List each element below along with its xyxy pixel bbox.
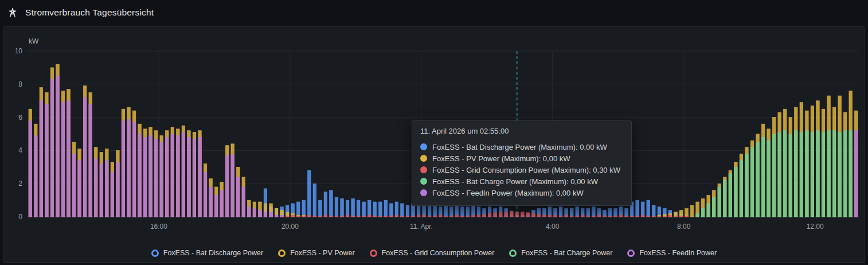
legend-marker-icon — [278, 250, 286, 257]
tooltip-row: FoxESS - Grid Consumption Power (Maximum… — [420, 164, 623, 176]
legend-marker-icon — [151, 250, 159, 257]
legend-label: FoxESS - Grid Consumption Power — [382, 249, 495, 257]
tooltip-row-label: FoxESS - PV Power (Maximum): 0,00 kW — [432, 154, 570, 163]
tooltip-row-label: FoxESS - Bat Charge Power (Maximum): 0,0… — [432, 177, 598, 186]
series-color-dot-icon — [420, 155, 427, 162]
series-color-dot-icon — [420, 143, 427, 150]
power-tower-icon — [7, 7, 18, 18]
chart-tooltip: 11. April 2026 um 02:55:00 FoxESS - Bat … — [412, 120, 632, 206]
legend-marker-icon — [370, 250, 377, 257]
legend-item[interactable]: FoxESS - PV Power — [278, 249, 355, 257]
y-axis-tick: 10 — [15, 47, 23, 55]
tooltip-title: 11. April 2026 um 02:55:00 — [420, 127, 623, 135]
chart-legend: FoxESS - Bat Discharge PowerFoxESS - PV … — [3, 249, 865, 257]
y-axis-tick: 0 — [18, 213, 22, 221]
x-axis-tick: 11. Apr. — [410, 223, 433, 231]
series-color-dot-icon — [420, 189, 427, 196]
legend-label: FoxESS - PV Power — [290, 249, 355, 257]
legend-label: FoxESS - Bat Charge Power — [521, 249, 612, 257]
tooltip-row: FoxESS - Bat Discharge Power (Maximum): … — [420, 141, 623, 153]
y-axis-tick: 2 — [18, 180, 22, 188]
page-title: Stromverbrauch Tagesübersicht — [25, 7, 154, 18]
y-axis-tick: 4 — [18, 146, 22, 154]
legend-item[interactable]: FoxESS - FeedIn Power — [627, 249, 717, 257]
tooltip-row-label: FoxESS - Grid Consumption Power (Maximum… — [432, 166, 620, 174]
y-axis-tick: 8 — [18, 80, 22, 88]
chart-panel: kW 024681016:0020:0011. Apr.4:008:0012:0… — [3, 26, 865, 263]
tooltip-row: FoxESS - PV Power (Maximum): 0,00 kW — [420, 153, 623, 164]
x-axis-tick: 20:00 — [281, 223, 299, 231]
series-color-dot-icon — [420, 166, 427, 173]
x-axis-tick: 8:00 — [677, 223, 691, 231]
legend-label: FoxESS - FeedIn Power — [639, 249, 717, 257]
legend-item[interactable]: FoxESS - Bat Discharge Power — [151, 249, 263, 257]
y-axis-tick: 6 — [18, 114, 22, 122]
legend-item[interactable]: FoxESS - Bat Charge Power — [509, 249, 612, 257]
legend-label: FoxESS - Bat Discharge Power — [163, 249, 263, 257]
x-axis-tick: 4:00 — [546, 223, 560, 231]
x-axis-tick: 16:00 — [150, 223, 167, 231]
legend-item[interactable]: FoxESS - Grid Consumption Power — [370, 249, 495, 257]
series-color-dot-icon — [420, 178, 427, 185]
y-axis-unit: kW — [29, 37, 38, 45]
x-axis-tick: 12:00 — [807, 223, 824, 231]
series-bars-foxess-bat-charge-power — [696, 131, 853, 217]
tooltip-row-label: FoxESS - FeedIn Power (Maximum): 0,00 kW — [432, 189, 584, 197]
dashboard-header: Stromverbrauch Tagesübersicht — [0, 0, 868, 25]
tooltip-row: FoxESS - Bat Charge Power (Maximum): 0,0… — [420, 176, 623, 187]
legend-marker-icon — [627, 250, 635, 257]
tooltip-row-label: FoxESS - Bat Discharge Power (Maximum): … — [432, 143, 607, 151]
legend-marker-icon — [509, 250, 517, 257]
tooltip-row: FoxESS - FeedIn Power (Maximum): 0,00 kW — [420, 187, 623, 198]
